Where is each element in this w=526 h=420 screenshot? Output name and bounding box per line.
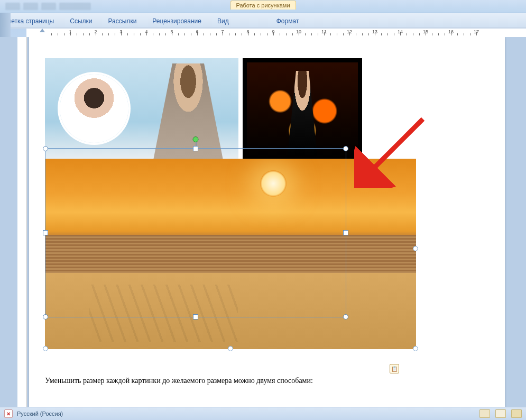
tab-format[interactable]: Формат	[269, 14, 307, 27]
indent-marker-icon[interactable]	[40, 29, 45, 32]
resize-handle-top-right[interactable]	[343, 146, 348, 151]
vertical-ruler[interactable]	[17, 37, 27, 407]
tab-references[interactable]: Ссылки	[62, 14, 100, 27]
resize-handle-bottom[interactable]	[193, 314, 198, 319]
document-workspace: Уменьшить размер каждой картинки до жела…	[0, 37, 526, 407]
word-app-window: Работа с рисунками метка страницы Ссылки…	[0, 0, 526, 420]
ribbon-tabs: метка страницы Ссылки Рассылки Рецензиро…	[0, 13, 526, 28]
resize-handle-bottom-right[interactable]	[343, 314, 348, 319]
status-bar: ✕ Русский (Россия)	[0, 407, 526, 420]
selected-image-wrapper	[45, 159, 489, 349]
resize-handle-top[interactable]	[193, 146, 198, 151]
resize-handle-top-left[interactable]	[43, 146, 48, 151]
paste-options-icon[interactable]: 📋	[390, 364, 399, 373]
contextual-tab-label: Работа с рисунками	[230, 1, 296, 10]
resize-handle-left[interactable]	[43, 230, 48, 235]
rotate-handle-icon[interactable]	[193, 136, 199, 142]
tab-page-layout[interactable]: метка страницы	[4, 14, 62, 27]
language-indicator[interactable]: Русский (Россия)	[17, 410, 63, 417]
view-full-screen-button[interactable]	[495, 409, 506, 418]
resize-handle-right[interactable]	[343, 230, 348, 235]
title-bar: Работа с рисунками	[0, 0, 526, 13]
spellcheck-icon[interactable]: ✕	[4, 409, 13, 418]
body-paragraph[interactable]: Уменьшить размер каждой картинки до жела…	[45, 377, 489, 385]
view-print-layout-button[interactable]	[479, 409, 490, 418]
document-page[interactable]: Уменьшить размер каждой картинки до жела…	[29, 37, 505, 407]
resize-handle-bottom-left[interactable]	[43, 314, 48, 319]
crop-selection[interactable]	[45, 148, 346, 317]
view-web-layout-button[interactable]	[511, 409, 522, 418]
tab-review[interactable]: Рецензирование	[144, 14, 209, 27]
tab-view[interactable]: Вид	[209, 14, 237, 27]
quick-access-toolbar[interactable]	[0, 3, 91, 10]
tab-mailings[interactable]: Рассылки	[100, 14, 144, 27]
